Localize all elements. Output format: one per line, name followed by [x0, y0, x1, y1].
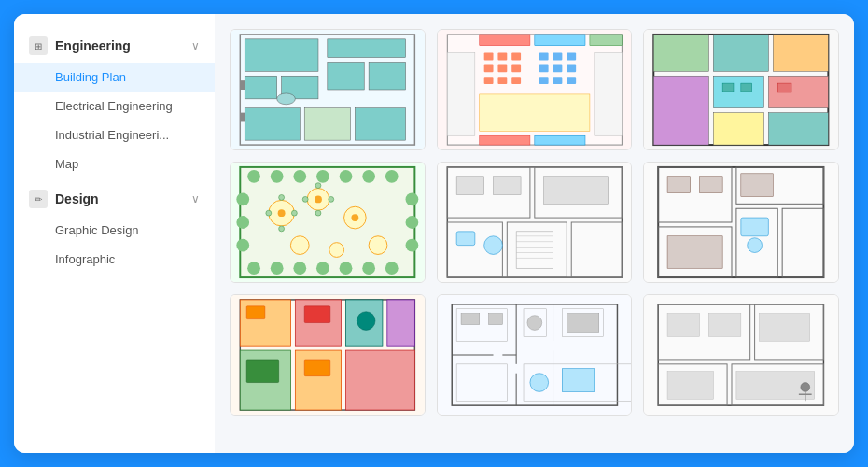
svg-rect-42 [714, 35, 769, 71]
svg-point-58 [362, 170, 375, 183]
svg-rect-32 [539, 77, 548, 84]
sidebar-section-design-header[interactable]: ✏ Design ∨ [14, 182, 215, 216]
svg-rect-141 [461, 314, 480, 325]
svg-rect-118 [667, 236, 722, 268]
svg-point-10 [277, 93, 296, 105]
svg-rect-37 [447, 53, 475, 136]
svg-rect-49 [722, 83, 734, 92]
engineering-label: Engineering [55, 38, 184, 53]
svg-rect-27 [553, 53, 562, 61]
svg-rect-48 [769, 113, 829, 145]
svg-rect-45 [769, 76, 829, 107]
engineering-icon: ⊞ [29, 36, 48, 55]
svg-point-83 [279, 226, 285, 232]
svg-rect-158 [760, 314, 810, 342]
svg-rect-20 [483, 64, 493, 72]
svg-rect-19 [511, 53, 521, 61]
svg-point-82 [279, 194, 285, 200]
svg-point-59 [385, 170, 399, 183]
svg-point-85 [291, 210, 297, 216]
svg-rect-14 [479, 35, 529, 46]
svg-rect-1 [245, 39, 318, 71]
sidebar-section-engineering-header[interactable]: ⊞ Engineering ∨ [14, 29, 215, 63]
thumbnail-card-1[interactable] [230, 29, 426, 150]
thumbnail-card-2[interactable] [437, 29, 633, 150]
svg-rect-43 [774, 35, 829, 71]
svg-point-54 [271, 170, 284, 183]
svg-point-55 [293, 170, 306, 183]
svg-rect-97 [493, 177, 521, 195]
thumbnail-card-6[interactable] [643, 162, 839, 283]
svg-rect-50 [741, 83, 752, 92]
svg-rect-38 [594, 53, 622, 136]
svg-rect-123 [387, 300, 415, 346]
svg-point-89 [329, 196, 334, 202]
svg-point-84 [266, 210, 272, 216]
svg-point-79 [290, 236, 309, 255]
sidebar-item-electrical-engineering[interactable]: Electrical Engineering [14, 92, 215, 120]
sidebar-item-graphic-design[interactable]: Graphic Design [14, 216, 215, 245]
svg-point-62 [293, 262, 306, 275]
svg-point-129 [357, 312, 375, 331]
thumbnail-card-7[interactable] [230, 294, 426, 416]
svg-rect-51 [778, 83, 792, 92]
svg-rect-95 [571, 222, 622, 277]
thumbnail-grid [230, 29, 839, 416]
thumbnail-card-9[interactable] [643, 294, 839, 416]
svg-rect-7 [245, 108, 300, 140]
svg-rect-15 [534, 35, 584, 46]
svg-rect-116 [741, 218, 769, 236]
thumbnail-card-5[interactable] [437, 162, 633, 283]
svg-rect-29 [539, 64, 548, 72]
svg-rect-2 [245, 76, 276, 99]
thumbnail-card-3[interactable] [643, 29, 839, 150]
svg-point-66 [385, 262, 399, 275]
thumbnail-card-8[interactable] [437, 294, 633, 416]
svg-point-161 [801, 383, 810, 392]
svg-rect-35 [479, 135, 529, 145]
svg-rect-157 [709, 314, 741, 337]
svg-rect-147 [456, 364, 507, 401]
svg-rect-8 [304, 108, 350, 140]
svg-rect-114 [700, 177, 723, 193]
svg-rect-30 [553, 64, 562, 72]
svg-rect-22 [511, 64, 521, 72]
svg-rect-52 [240, 167, 414, 277]
svg-rect-6 [369, 62, 405, 90]
svg-rect-47 [714, 113, 764, 145]
svg-rect-108 [659, 167, 733, 222]
svg-point-69 [236, 239, 249, 252]
sidebar-item-industrial-engineering[interactable]: Industrial Engineeri... [14, 120, 215, 149]
svg-point-150 [530, 374, 549, 392]
sidebar-item-map[interactable]: Map [14, 149, 215, 178]
svg-rect-99 [456, 232, 475, 246]
svg-point-100 [483, 236, 502, 255]
svg-point-74 [278, 209, 286, 217]
svg-rect-25 [511, 77, 521, 84]
svg-rect-111 [782, 208, 823, 277]
svg-rect-36 [534, 135, 584, 145]
svg-rect-126 [346, 350, 415, 410]
svg-rect-131 [304, 360, 330, 376]
svg-point-70 [406, 192, 419, 205]
svg-rect-46 [654, 76, 709, 145]
thumbnail-card-4[interactable] [230, 162, 426, 283]
main-content [215, 14, 854, 453]
svg-point-81 [329, 243, 344, 258]
svg-rect-34 [567, 77, 576, 84]
svg-rect-44 [714, 76, 764, 107]
svg-point-117 [748, 238, 763, 253]
sidebar-item-building-plan[interactable]: Building Plan [14, 63, 215, 92]
svg-rect-17 [483, 53, 493, 61]
svg-point-65 [362, 262, 375, 275]
svg-point-63 [316, 262, 329, 275]
svg-rect-113 [667, 177, 691, 193]
design-chevron: ∨ [191, 192, 200, 205]
svg-point-53 [247, 170, 260, 183]
engineering-chevron: ∨ [191, 39, 200, 52]
sidebar-item-infographic[interactable]: Infographic [14, 245, 215, 274]
design-label: Design [55, 191, 184, 206]
svg-point-64 [340, 262, 353, 275]
svg-point-61 [271, 262, 284, 275]
svg-point-87 [315, 210, 321, 216]
